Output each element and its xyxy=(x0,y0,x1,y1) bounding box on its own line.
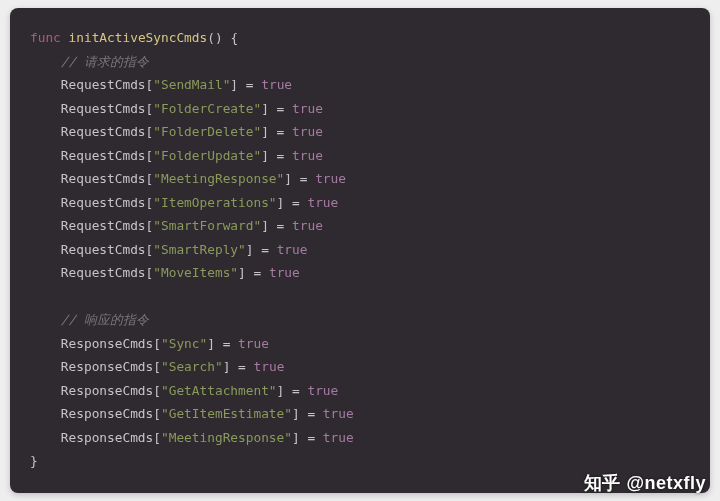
op-assign: = xyxy=(300,171,308,186)
bool-true: true xyxy=(315,171,346,186)
bracket: ] xyxy=(261,148,269,163)
op-assign: = xyxy=(277,148,285,163)
key-string: "MeetingResponse" xyxy=(153,171,284,186)
bool-true: true xyxy=(292,218,323,233)
ident-response: ResponseCmds xyxy=(61,383,153,398)
bool-true: true xyxy=(238,336,269,351)
brace-close: } xyxy=(30,453,38,468)
ident-request: RequestCmds xyxy=(61,124,146,139)
function-name: initActiveSyncCmds xyxy=(69,30,208,45)
key-string: "Sync" xyxy=(161,336,207,351)
comment-request: // 请求的指令 xyxy=(61,54,149,69)
ident-response: ResponseCmds xyxy=(61,359,153,374)
bracket: [ xyxy=(153,336,161,351)
ident-request: RequestCmds xyxy=(61,101,146,116)
ident-request: RequestCmds xyxy=(61,242,146,257)
bracket: ] xyxy=(230,77,238,92)
code-block: func initActiveSyncCmds() { // 请求的指令 Req… xyxy=(30,26,690,473)
bracket: ] xyxy=(292,430,300,445)
bool-true: true xyxy=(292,124,323,139)
op-assign: = xyxy=(246,77,254,92)
op-assign: = xyxy=(292,383,300,398)
ident-request: RequestCmds xyxy=(61,218,146,233)
bracket: [ xyxy=(153,406,161,421)
bool-true: true xyxy=(292,148,323,163)
bracket: ] xyxy=(261,124,269,139)
code-frame: func initActiveSyncCmds() { // 请求的指令 Req… xyxy=(10,8,710,493)
op-assign: = xyxy=(253,265,261,280)
key-string: "MeetingResponse" xyxy=(161,430,292,445)
op-assign: = xyxy=(292,195,300,210)
bracket: ] xyxy=(292,406,300,421)
ident-request: RequestCmds xyxy=(61,148,146,163)
bool-true: true xyxy=(307,383,338,398)
bracket: [ xyxy=(153,430,161,445)
key-string: "Search" xyxy=(161,359,223,374)
key-string: "MoveItems" xyxy=(153,265,238,280)
bool-true: true xyxy=(323,406,354,421)
key-string: "SendMail" xyxy=(153,77,230,92)
op-assign: = xyxy=(261,242,269,257)
key-string: "FolderUpdate" xyxy=(153,148,261,163)
bracket: ] xyxy=(238,265,246,280)
key-string: "FolderCreate" xyxy=(153,101,261,116)
op-assign: = xyxy=(307,430,315,445)
bracket: ] xyxy=(207,336,215,351)
bracket: [ xyxy=(153,383,161,398)
op-assign: = xyxy=(223,336,231,351)
bracket: ] xyxy=(261,218,269,233)
ident-request: RequestCmds xyxy=(61,195,146,210)
bracket: ] xyxy=(261,101,269,116)
ident-response: ResponseCmds xyxy=(61,406,153,421)
ident-request: RequestCmds xyxy=(61,265,146,280)
ident-request: RequestCmds xyxy=(61,171,146,186)
comment-response: // 响应的指令 xyxy=(61,312,149,327)
keyword-func: func xyxy=(30,30,61,45)
op-assign: = xyxy=(277,101,285,116)
bool-true: true xyxy=(323,430,354,445)
op-assign: = xyxy=(277,124,285,139)
op-assign: = xyxy=(277,218,285,233)
ident-response: ResponseCmds xyxy=(61,430,153,445)
ident-response: ResponseCmds xyxy=(61,336,153,351)
bracket: ] xyxy=(284,171,292,186)
bool-true: true xyxy=(269,265,300,280)
key-string: "GetItemEstimate" xyxy=(161,406,292,421)
bracket: ] xyxy=(277,383,285,398)
bool-true: true xyxy=(292,101,323,116)
bool-true: true xyxy=(254,359,285,374)
op-assign: = xyxy=(307,406,315,421)
key-string: "FolderDelete" xyxy=(153,124,261,139)
bool-true: true xyxy=(307,195,338,210)
parens: () xyxy=(207,30,222,45)
bracket: ] xyxy=(246,242,254,257)
bool-true: true xyxy=(277,242,308,257)
key-string: "GetAttachment" xyxy=(161,383,277,398)
key-string: "SmartForward" xyxy=(153,218,261,233)
ident-request: RequestCmds xyxy=(61,77,146,92)
key-string: "SmartReply" xyxy=(153,242,245,257)
key-string: "ItemOperations" xyxy=(153,195,276,210)
brace-open: { xyxy=(230,30,238,45)
bracket: ] xyxy=(277,195,285,210)
bool-true: true xyxy=(261,77,292,92)
bracket: [ xyxy=(153,359,161,374)
bracket: ] xyxy=(223,359,231,374)
op-assign: = xyxy=(238,359,246,374)
